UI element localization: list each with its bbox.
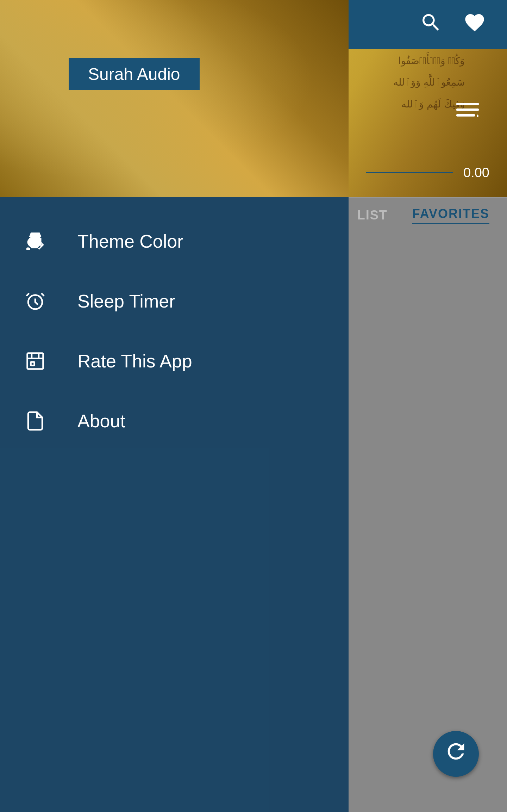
drawer-menu: Surah Audio Theme Color xyxy=(0,0,349,812)
store-icon xyxy=(21,351,49,372)
svg-rect-11 xyxy=(456,109,479,111)
tab-list[interactable]: LIST xyxy=(357,208,388,223)
menu-item-theme-color[interactable]: Theme Color xyxy=(0,211,349,271)
drawer-header: Surah Audio xyxy=(0,0,349,197)
sleep-timer-label: Sleep Timer xyxy=(77,291,175,312)
fab-refresh-button[interactable] xyxy=(433,731,479,777)
svg-rect-15 xyxy=(27,353,43,369)
search-icon[interactable] xyxy=(420,11,442,38)
refresh-icon xyxy=(444,739,468,769)
svg-marker-13 xyxy=(477,114,479,117)
drawer-menu-items: Theme Color Sleep Timer xyxy=(0,197,349,465)
paint-bucket-icon xyxy=(21,231,49,252)
about-label: About xyxy=(77,410,125,432)
favorites-icon[interactable] xyxy=(463,11,486,38)
menu-item-about[interactable]: About xyxy=(0,391,349,451)
tabs-bar: LIST FAVORITES xyxy=(349,197,507,233)
progress-area: 0.00 xyxy=(349,159,507,187)
menu-item-sleep-timer[interactable]: Sleep Timer xyxy=(0,271,349,331)
progress-bar[interactable] xyxy=(366,172,453,173)
svg-rect-10 xyxy=(456,103,479,105)
header-bar xyxy=(349,0,507,49)
svg-rect-16 xyxy=(31,362,35,366)
rate-app-label: Rate This App xyxy=(77,351,192,372)
menu-item-rate-app[interactable]: Rate This App xyxy=(0,331,349,391)
svg-rect-12 xyxy=(456,114,475,117)
document-icon xyxy=(21,410,49,432)
progress-value: 0.00 xyxy=(463,165,489,180)
menu-icon[interactable] xyxy=(456,99,479,122)
theme-color-label: Theme Color xyxy=(77,231,183,252)
clock-icon xyxy=(21,291,49,312)
tab-favorites[interactable]: FAVORITES xyxy=(412,206,489,224)
app-title: Surah Audio xyxy=(69,58,200,90)
